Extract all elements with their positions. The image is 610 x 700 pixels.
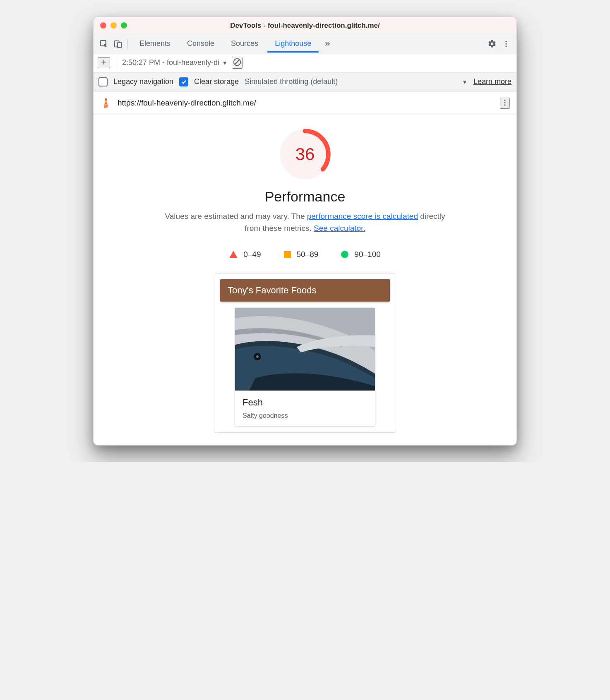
food-item-name: Fesh [243,397,367,408]
score-value: 36 [278,127,332,181]
inspect-element-icon[interactable] [97,37,111,51]
screenshot-fish-image [235,308,375,391]
device-toggle-icon[interactable] [111,37,125,51]
circle-icon [341,251,348,258]
legend-average: 50–89 [284,250,319,259]
category-description: Values are estimated and may vary. The p… [156,211,454,234]
legacy-nav-checkbox[interactable] [98,77,108,86]
svg-point-4 [505,43,507,44]
svg-line-7 [235,60,239,64]
clear-storage-label: Clear storage [194,77,239,86]
report-selector[interactable]: 2:50:27 PM - foul-heavenly-di ▼ [122,58,228,67]
score-legend: 0–49 50–89 90–100 [94,250,516,259]
learn-more-link[interactable]: Learn more [473,77,512,86]
zoom-window-button[interactable] [121,22,127,29]
chevron-down-icon: ▼ [222,60,228,66]
performance-gauge-section: 36 Performance Values are estimated and … [94,115,516,238]
panel-tabs: Elements Console Sources Lighthouse [132,35,334,53]
svg-point-17 [256,355,259,358]
tab-sources[interactable]: Sources [223,35,266,53]
svg-rect-2 [118,42,121,48]
settings-icon[interactable] [485,37,499,51]
minimize-window-button[interactable] [110,22,117,29]
report-timestamp: 2:50:27 PM - foul-heavenly-di [122,58,219,67]
square-icon [284,251,291,258]
window-titlebar: DevTools - foul-heavenly-direction.glitc… [94,17,516,34]
close-window-button[interactable] [100,22,106,29]
clear-storage-checkbox[interactable] [179,77,188,86]
throttling-label: Simulated throttling (default) [245,77,338,86]
new-report-button[interactable] [98,57,110,68]
svg-point-5 [505,46,507,47]
svg-point-10 [504,102,505,103]
svg-point-11 [504,104,505,105]
throttling-dropdown-icon[interactable]: ▼ [462,79,468,85]
lighthouse-toolbar: 2:50:27 PM - foul-heavenly-di ▼ [94,53,516,72]
svg-point-3 [505,41,507,42]
screenshot-banner: Tony's Favorite Foods [220,279,390,302]
report-menu-icon[interactable] [500,98,510,109]
report-url: https://foul-heavenly-direction.glitch.m… [118,98,256,108]
page-screenshot: Tony's Favorite Foods [214,273,396,433]
score-calc-link[interactable]: performance score is calculated [307,212,418,221]
tab-elements[interactable]: Elements [132,35,178,53]
food-item-subtitle: Salty goodness [243,412,367,420]
tab-lighthouse[interactable]: Lighthouse [267,35,319,53]
devtools-window: DevTools - foul-heavenly-direction.glitc… [93,17,517,446]
traffic-lights [94,22,127,29]
lighthouse-icon [100,97,112,109]
more-tabs-icon[interactable] [320,37,334,51]
category-title: Performance [265,189,346,205]
svg-point-9 [504,99,505,101]
score-gauge: 36 [278,127,332,181]
devtools-tabbar: Elements Console Sources Lighthouse [94,34,516,53]
legacy-nav-label: Legacy navigation [113,77,173,86]
lighthouse-options-bar: Legacy navigation Clear storage Simulate… [94,72,516,91]
kebab-menu-icon[interactable] [499,37,513,51]
screenshot-food-card: Fesh Salty goodness [235,307,375,427]
separator [127,39,128,49]
svg-rect-8 [105,99,107,101]
legend-fail: 0–49 [229,250,261,259]
clear-report-icon[interactable] [232,57,243,69]
see-calculator-link[interactable]: See calculator. [314,224,365,233]
window-title: DevTools - foul-heavenly-direction.glitc… [94,22,516,30]
legend-pass: 90–100 [341,250,380,259]
triangle-icon [229,251,238,258]
report-header: https://foul-heavenly-direction.glitch.m… [94,91,516,115]
tab-console[interactable]: Console [180,35,222,53]
